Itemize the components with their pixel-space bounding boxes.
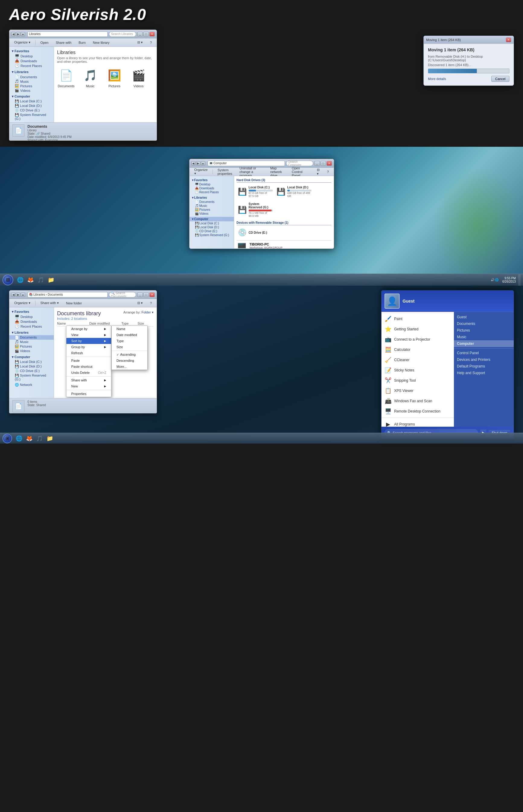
section3-firefox-icon[interactable]: 🦊 <box>25 434 34 443</box>
sort-more[interactable]: More... <box>112 364 147 370</box>
sidebar-item-localc[interactable]: 💾 Local Disk (C:) <box>10 99 54 104</box>
help-button[interactable]: ? <box>148 40 154 45</box>
start-right-devices[interactable]: Devices and Printers <box>454 356 513 363</box>
computer-help-button[interactable]: ? <box>324 170 331 174</box>
docs-fav-header[interactable]: ▾ Favorites <box>10 309 54 314</box>
docs-minimize[interactable]: _ <box>137 292 143 297</box>
sidebar-item-downloads[interactable]: 📥 Downloads <box>10 58 54 64</box>
start-getting-started[interactable]: ⭐ Getting Started <box>381 324 454 334</box>
docs-downloads[interactable]: 📥 Downloads <box>10 319 54 324</box>
sidebar-item-cddrive[interactable]: 💿 CD Drive (E:) <box>10 108 54 113</box>
sidebar-item-recent[interactable]: 🕐 Recent Places <box>10 64 54 68</box>
taskbar-firefox-icon[interactable]: 🦊 <box>26 276 35 284</box>
context-paste[interactable]: Paste <box>66 357 111 364</box>
computer-cddrive[interactable]: 💿 CD Drive (E:) <box>190 229 234 233</box>
sidebar-item-locald[interactable]: 💾 Local Disk (D:) <box>10 104 54 108</box>
computer-header[interactable]: ▾ Computer <box>10 94 54 99</box>
computer-lib-documents[interactable]: 📄 Documents <box>190 200 234 204</box>
start-ccleaner[interactable]: 🧹 CCleaner <box>381 355 454 365</box>
show-desktop-button[interactable] <box>518 274 521 286</box>
new-library-button[interactable]: New library <box>91 40 112 45</box>
drive-g[interactable]: 💾 System Reserved (G:) 70.1 MB free of 9… <box>237 201 273 218</box>
section3-media-icon[interactable]: 🎵 <box>35 434 44 443</box>
start-all-programs[interactable]: ▶ All Programs <box>381 419 454 429</box>
context-sort-by[interactable]: Sort by ▶ <box>66 338 111 344</box>
computer-up-button[interactable]: ▲ <box>201 161 205 165</box>
start-right-computer[interactable]: Computer <box>454 340 513 347</box>
docs-cddrive[interactable]: 💿 CD Drive (E:) <box>10 369 54 373</box>
share-with-button[interactable]: Share with <box>53 40 74 45</box>
documents-icon-item[interactable]: 📄 Documents <box>57 68 75 88</box>
search-box[interactable]: Search Libraries <box>109 31 136 37</box>
context-refresh[interactable]: Refresh <box>66 350 111 356</box>
computer-lib-videos[interactable]: 🎬 Videos <box>190 212 234 216</box>
start-paint[interactable]: 🖌️ Paint <box>381 314 454 324</box>
maximize-button[interactable]: □ <box>143 32 149 37</box>
start-xps[interactable]: 📋 XPS Viewer <box>381 386 454 396</box>
computer-computer-header[interactable]: ▾ Computer <box>190 217 234 221</box>
pictures-icon-item[interactable]: 🖼️ Pictures <box>105 68 123 88</box>
taskbar-ie-icon[interactable]: 🌐 <box>16 276 25 284</box>
docs-network[interactable]: 🌐 Network <box>10 383 54 387</box>
sort-name[interactable]: Name <box>112 326 147 332</box>
start-right-pictures[interactable]: Pictures <box>454 327 513 334</box>
col-date[interactable]: Date modified <box>89 322 122 325</box>
computer-favorites-header[interactable]: ▾ Favorites <box>190 178 234 182</box>
taskbar-folder-icon[interactable]: 📁 <box>47 276 56 284</box>
start-sticky-notes[interactable]: 📝 Sticky Notes <box>381 365 454 375</box>
docs-share-with[interactable]: Share with ▾ <box>38 300 61 305</box>
docs-lib-music[interactable]: 🎵 Music <box>10 340 54 344</box>
col-size[interactable]: Size <box>138 322 154 325</box>
context-view[interactable]: View ▶ <box>66 332 111 338</box>
docs-recent[interactable]: 🕐 Recent Places <box>10 324 54 329</box>
more-details-button[interactable]: More details <box>428 77 446 81</box>
computer-localc[interactable]: 💾 Local Disk (C:) <box>190 221 234 225</box>
context-new[interactable]: New ▶ <box>66 383 111 389</box>
address-bar[interactable]: Libraries <box>28 31 108 37</box>
computer-search-box[interactable]: Search Computer <box>286 161 313 166</box>
docs-help[interactable]: ? <box>148 301 154 305</box>
computer-recent[interactable]: 🕐 Recent Places <box>190 190 234 194</box>
computer-back-button[interactable]: ◀ <box>191 161 196 165</box>
computer-close[interactable]: ✕ <box>327 161 332 166</box>
open-button[interactable]: Open <box>38 40 51 45</box>
computer-view-button[interactable]: ⊟ ▾ <box>314 167 322 176</box>
drive-c[interactable]: 💾 Local Disk (C:) 67.8 GB free of 97.5 G… <box>237 184 273 199</box>
libraries-header[interactable]: ▾ Libraries <box>10 69 54 75</box>
computer-organize[interactable]: Organize ▾ <box>192 167 210 176</box>
taskbar-media-icon[interactable]: 🎵 <box>36 276 45 284</box>
computer-desktop[interactable]: 🖥️ Desktop <box>190 182 234 186</box>
computer-libraries-header[interactable]: ▾ Libraries <box>190 195 234 200</box>
docs-lib-videos[interactable]: 🎬 Videos <box>10 349 54 353</box>
back-button[interactable]: ◀ <box>11 32 15 36</box>
sidebar-item-documents[interactable]: 📄 Documents <box>10 75 54 79</box>
start-calculator[interactable]: 🧮 Calculator <box>381 345 454 355</box>
start-remote-desktop[interactable]: 🖥️ Remote Desktop Connection <box>381 406 454 417</box>
arrange-by-value[interactable]: Folder ▾ <box>142 311 154 314</box>
col-type[interactable]: Type <box>121 322 137 325</box>
drive-e[interactable]: 💿 CD Drive (E:) <box>237 227 273 238</box>
docs-view[interactable]: ⊟ ▾ <box>135 300 145 305</box>
minimize-button[interactable]: _ <box>137 32 143 37</box>
computer-locald[interactable]: 💾 Local Disk (D:) <box>190 225 234 229</box>
sidebar-item-desktop[interactable]: 🖥️ Desktop <box>10 54 54 58</box>
computer-maximize[interactable]: □ <box>321 161 326 166</box>
start-button[interactable]: ⊞ <box>2 275 13 285</box>
context-undo-delete[interactable]: Undo Delete Ctrl+Z <box>66 370 111 376</box>
computer-downloads[interactable]: 📥 Downloads <box>190 186 234 190</box>
up-button[interactable]: ▲ <box>21 32 25 36</box>
context-properties[interactable]: Properties <box>66 391 111 397</box>
sidebar-item-sysres[interactable]: 💾 System Reserved (G:) <box>10 113 54 121</box>
start-right-default-programs[interactable]: Default Programs <box>454 363 513 370</box>
computer-address-bar[interactable]: 💻 Computer <box>208 161 285 166</box>
forward-button[interactable]: ▶ <box>16 32 20 36</box>
docs-localc[interactable]: 💾 Local Disk (C:) <box>10 360 54 364</box>
docs-locald[interactable]: 💾 Local Disk (D:) <box>10 364 54 369</box>
docs-new-folder[interactable]: New folder <box>64 301 85 305</box>
docs-maximize[interactable]: □ <box>143 292 149 297</box>
computer-sysres[interactable]: 💾 System Reserved (G:) <box>190 233 234 237</box>
docs-close[interactable]: ✕ <box>149 292 155 297</box>
context-group-by[interactable]: Group by ▶ <box>66 344 111 350</box>
docs-organize[interactable]: Organize ▾ <box>12 300 33 305</box>
sidebar-item-music[interactable]: 🎵 Music <box>10 79 54 84</box>
